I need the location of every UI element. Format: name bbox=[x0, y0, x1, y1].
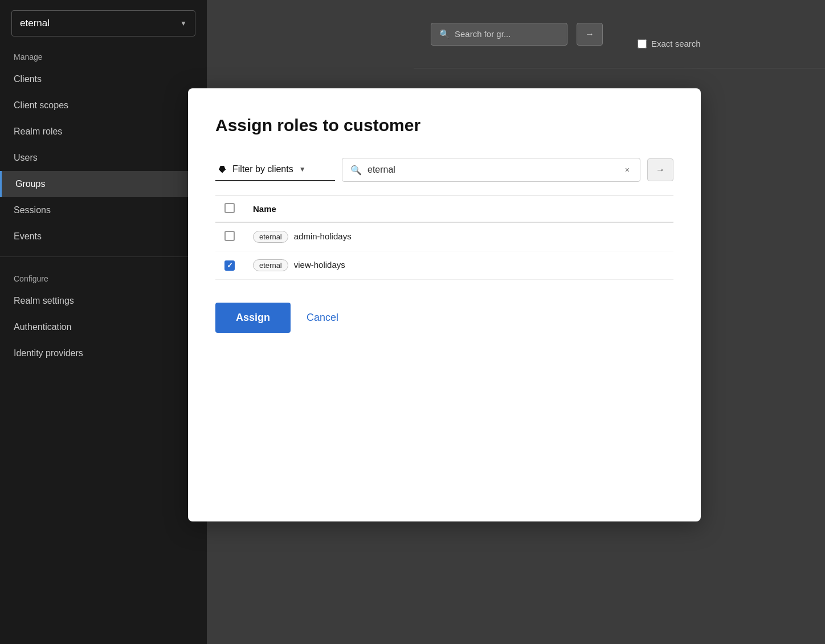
filter-label: Filter by clients bbox=[232, 164, 293, 174]
sidebar-item-client-scopes[interactable]: Client scopes bbox=[0, 92, 207, 119]
filter-chevron-icon: ▼ bbox=[299, 165, 306, 173]
search-go-button[interactable]: → bbox=[577, 23, 603, 46]
role-search-icon: 🔍 bbox=[350, 165, 362, 176]
name-col-header: Name bbox=[244, 196, 673, 223]
realm-dropdown-label: eternal bbox=[20, 18, 50, 29]
role-name-cell: eternaladmin-holidays bbox=[244, 222, 673, 251]
exact-search-container: Exact search bbox=[638, 39, 701, 48]
row-checkbox-checked[interactable] bbox=[224, 260, 235, 271]
sidebar-configure-nav: Realm settingsAuthenticationIdentity pro… bbox=[0, 288, 207, 366]
search-icon: 🔍 bbox=[439, 29, 450, 39]
assign-button[interactable]: Assign bbox=[215, 303, 291, 333]
table-row: eternaladmin-holidays bbox=[215, 222, 673, 251]
filter-row: ⯂ Filter by clients ▼ 🔍 × → bbox=[215, 158, 673, 182]
select-all-col bbox=[215, 196, 244, 223]
configure-section-label: Configure bbox=[0, 264, 207, 288]
table-row: eternalview-holidays bbox=[215, 251, 673, 280]
sidebar-item-realm-roles[interactable]: Realm roles bbox=[0, 119, 207, 145]
sidebar-item-identity-providers[interactable]: Identity providers bbox=[0, 340, 207, 366]
client-badge: eternal bbox=[253, 259, 288, 271]
search-clear-button[interactable]: × bbox=[623, 164, 632, 176]
sidebar-item-events[interactable]: Events bbox=[0, 223, 207, 250]
filter-icon: ⯂ bbox=[218, 164, 227, 174]
client-badge: eternal bbox=[253, 231, 288, 243]
assign-roles-modal: Assign roles to customer ⯂ Filter by cli… bbox=[188, 88, 701, 521]
sidebar-item-groups[interactable]: Groups bbox=[0, 171, 207, 197]
manage-section-label: Manage bbox=[0, 42, 207, 66]
role-search-go-button[interactable]: → bbox=[647, 158, 673, 181]
roles-table-body: eternaladmin-holidayseternalview-holiday… bbox=[215, 222, 673, 280]
row-checkbox-unchecked[interactable] bbox=[224, 231, 235, 241]
sidebar-nav: ClientsClient scopesRealm rolesUsersGrou… bbox=[0, 66, 207, 250]
sidebar-item-realm-settings[interactable]: Realm settings bbox=[0, 288, 207, 314]
top-bar: 🔍 Search for gr... → Exact search Groups… bbox=[414, 0, 825, 68]
sidebar-item-authentication[interactable]: Authentication bbox=[0, 314, 207, 340]
action-row: Assign Cancel bbox=[215, 303, 673, 333]
exact-search-checkbox[interactable] bbox=[638, 39, 647, 48]
search-placeholder-text: Search for gr... bbox=[455, 29, 510, 39]
group-search-box[interactable]: 🔍 Search for gr... bbox=[431, 23, 567, 46]
table-header-row: Name bbox=[215, 196, 673, 223]
role-name-cell: eternalview-holidays bbox=[244, 251, 673, 280]
sidebar: eternal ▼ Manage ClientsClient scopesRea… bbox=[0, 0, 207, 644]
sidebar-item-sessions[interactable]: Sessions bbox=[0, 197, 207, 223]
sidebar-divider bbox=[0, 256, 207, 257]
cancel-button[interactable]: Cancel bbox=[302, 303, 343, 333]
role-search-field[interactable]: 🔍 × bbox=[342, 158, 640, 182]
exact-search-label: Exact search bbox=[651, 39, 701, 48]
roles-table: Name eternaladmin-holidayseternalview-ho… bbox=[215, 195, 673, 280]
modal-title: Assign roles to customer bbox=[215, 116, 673, 135]
chevron-down-icon: ▼ bbox=[180, 19, 187, 27]
realm-dropdown[interactable]: eternal ▼ bbox=[11, 10, 195, 36]
select-all-checkbox[interactable] bbox=[224, 203, 235, 213]
sidebar-item-clients[interactable]: Clients bbox=[0, 66, 207, 92]
filter-by-clients-dropdown[interactable]: ⯂ Filter by clients ▼ bbox=[215, 158, 335, 181]
role-search-input[interactable] bbox=[367, 165, 617, 175]
sidebar-item-users[interactable]: Users bbox=[0, 145, 207, 171]
